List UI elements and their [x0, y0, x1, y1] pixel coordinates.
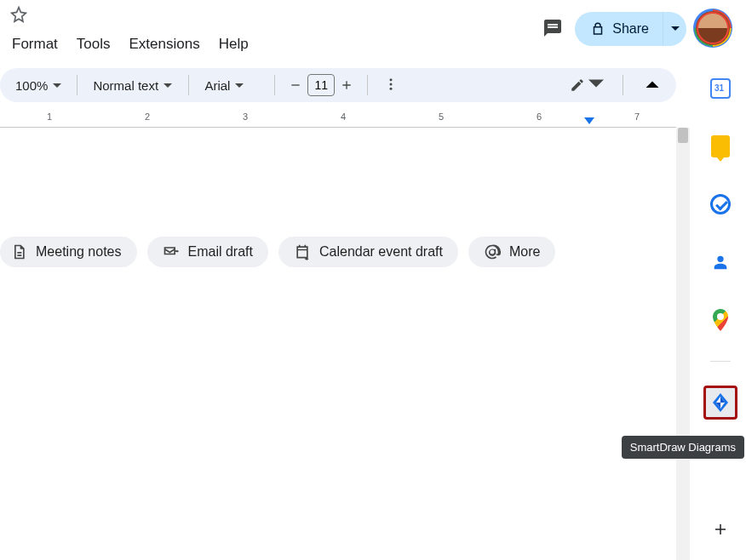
ruler-tick: 2 [145, 111, 150, 122]
chip-label: Email draft [188, 244, 253, 260]
ruler-tick: 4 [341, 111, 346, 122]
ruler-tick: 1 [47, 111, 52, 122]
document-canvas[interactable] [0, 128, 676, 560]
toolbar: 100% Normal text Arial [0, 68, 676, 102]
separator [623, 75, 623, 95]
svg-point-1 [390, 83, 393, 85]
caret-down-icon [671, 25, 680, 33]
smartdraw-addon-icon[interactable] [703, 386, 737, 420]
document-icon [10, 243, 27, 260]
smartdraw-logo-icon [709, 391, 732, 414]
separator [367, 75, 368, 95]
ruler[interactable]: 1 2 3 4 5 6 7 [0, 107, 676, 128]
scrollbar-thumb[interactable] [678, 128, 688, 143]
at-icon [484, 243, 501, 260]
font-size-input[interactable] [307, 74, 335, 96]
chip-label: More [509, 244, 540, 260]
chip-label: Calendar event draft [319, 244, 443, 260]
ruler-tick: 7 [634, 111, 640, 122]
separator [77, 75, 77, 95]
plus-icon [340, 78, 353, 92]
chip-calendar-event[interactable]: Calendar event draft [278, 237, 458, 267]
minus-icon [289, 78, 302, 92]
vertical-scrollbar[interactable] [676, 128, 690, 560]
ruler-tick: 3 [243, 111, 248, 122]
menu-help[interactable]: Help [217, 32, 250, 56]
tasks-addon-icon[interactable] [703, 187, 737, 221]
keep-addon-icon[interactable] [703, 129, 737, 163]
svg-point-2 [390, 87, 393, 89]
plus-icon [713, 522, 728, 537]
chip-more[interactable]: More [468, 237, 555, 267]
increase-font-button[interactable] [335, 73, 359, 97]
separator [274, 75, 275, 95]
account-avatar[interactable] [695, 10, 731, 46]
more-toolbar-button[interactable] [383, 77, 399, 94]
caret-down-icon [235, 78, 244, 93]
lock-icon [590, 21, 605, 37]
font-dropdown[interactable]: Arial [198, 75, 266, 96]
side-panel [695, 63, 746, 560]
separator [188, 75, 189, 95]
pencil-icon [570, 77, 585, 93]
caret-down-icon [164, 78, 172, 93]
chip-label: Meeting notes [36, 244, 122, 260]
share-group: Share [575, 12, 686, 46]
decrease-font-button[interactable] [284, 73, 307, 97]
ruler-tick: 6 [537, 111, 542, 122]
separator [710, 361, 731, 362]
font-size-group [284, 73, 359, 97]
paragraph-style-value: Normal text [93, 78, 158, 93]
menu-format[interactable]: Format [10, 32, 60, 56]
chevron-up-icon [637, 70, 668, 100]
collapse-toolbar-button[interactable] [637, 70, 668, 100]
svg-point-0 [390, 78, 393, 81]
menu-extensions[interactable]: Extensions [128, 32, 202, 56]
caret-down-icon [53, 78, 61, 93]
ruler-tick: 5 [439, 111, 444, 122]
caret-down-icon [588, 77, 604, 94]
email-icon [163, 243, 180, 260]
font-value: Arial [204, 78, 230, 93]
more-vert-icon [383, 77, 399, 92]
zoom-value: 100% [15, 78, 48, 93]
calendar-addon-icon[interactable] [703, 71, 737, 106]
tooltip: SmartDraw Diagrams [622, 436, 744, 459]
menu-bar: Format Tools Extensions Help [10, 32, 250, 56]
star-icon[interactable] [10, 6, 27, 26]
share-label: Share [612, 21, 649, 37]
share-button[interactable]: Share [575, 12, 663, 46]
calendar-icon [294, 243, 311, 260]
paragraph-style-dropdown[interactable]: Normal text [86, 75, 180, 96]
suggestion-chips: Meeting notes Email draft Calendar event… [0, 237, 555, 267]
contacts-addon-icon[interactable] [703, 245, 737, 279]
get-addons-button[interactable] [712, 521, 729, 538]
chip-email-draft[interactable]: Email draft [147, 237, 268, 267]
chip-meeting-notes[interactable]: Meeting notes [0, 237, 137, 267]
zoom-dropdown[interactable]: 100% [9, 75, 68, 96]
menu-tools[interactable]: Tools [75, 32, 112, 56]
editing-mode-dropdown[interactable] [565, 73, 609, 98]
share-dropdown[interactable] [663, 12, 686, 46]
ruler-right-indent-marker[interactable] [584, 117, 594, 124]
maps-addon-icon[interactable] [703, 303, 737, 337]
comments-icon[interactable] [542, 18, 563, 41]
